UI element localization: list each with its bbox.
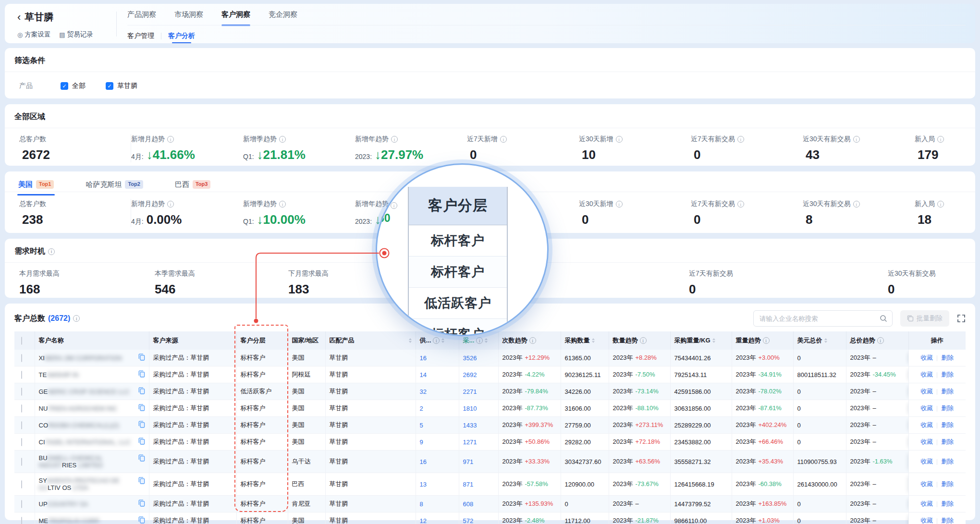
subtab-customer-management[interactable]: 客户管理 <box>127 29 154 43</box>
purchase-count-link[interactable]: 608 <box>463 500 474 508</box>
delete-link[interactable]: 删除 <box>941 354 954 361</box>
row-checkbox[interactable] <box>21 480 22 488</box>
delete-link[interactable]: 删除 <box>941 421 954 428</box>
product-checkbox-item[interactable]: 全部 <box>61 82 86 90</box>
copy-icon[interactable] <box>138 387 145 394</box>
checkbox-checked-icon[interactable] <box>106 82 113 90</box>
row-checkbox[interactable] <box>21 438 22 446</box>
row-checkbox[interactable] <box>21 421 22 429</box>
supplier-count-link[interactable]: 2 <box>420 405 423 412</box>
copy-icon[interactable] <box>138 516 145 524</box>
fullscreen-icon[interactable] <box>957 314 966 323</box>
info-icon[interactable] <box>476 337 483 344</box>
subtab-customer-analysis[interactable]: 客户分析 <box>168 29 195 43</box>
info-icon[interactable] <box>616 201 623 207</box>
delete-link[interactable]: 删除 <box>941 388 954 395</box>
main-tab[interactable]: 竞企洞察 <box>269 4 297 25</box>
delete-link[interactable]: 删除 <box>941 371 954 378</box>
favorite-link[interactable]: 收藏 <box>920 388 933 395</box>
product-checkbox-item[interactable]: 草甘膦 <box>106 82 137 90</box>
info-icon[interactable] <box>279 201 286 207</box>
purchase-count-link[interactable]: 2271 <box>463 388 477 395</box>
sort-icon[interactable] <box>712 338 715 343</box>
main-tab[interactable]: 产品洞察 <box>127 4 156 25</box>
info-icon[interactable] <box>73 315 80 322</box>
info-icon[interactable] <box>529 337 536 344</box>
purchase-count-link[interactable]: 971 <box>463 458 474 465</box>
info-icon[interactable] <box>167 201 174 207</box>
sort-icon[interactable] <box>409 338 412 343</box>
supplier-count-link[interactable]: 16 <box>420 354 427 362</box>
purchase-count-link[interactable]: 1433 <box>463 422 477 429</box>
favorite-link[interactable]: 收藏 <box>920 438 933 445</box>
supplier-count-link[interactable]: 12 <box>420 517 427 524</box>
purchase-count-link[interactable]: 1271 <box>463 439 477 446</box>
country-tab[interactable]: 巴西 Top3 <box>175 177 210 192</box>
sort-icon[interactable] <box>824 338 827 343</box>
info-icon[interactable] <box>500 136 507 143</box>
supplier-count-link[interactable]: 13 <box>420 481 427 488</box>
info-icon[interactable] <box>763 337 770 344</box>
favorite-link[interactable]: 收藏 <box>920 480 933 487</box>
row-checkbox[interactable] <box>21 388 22 396</box>
delete-link[interactable]: 删除 <box>941 517 954 524</box>
supplier-count-link[interactable]: 16 <box>420 458 427 465</box>
delete-link[interactable]: 删除 <box>941 458 954 465</box>
info-icon[interactable] <box>279 136 286 143</box>
info-icon[interactable] <box>853 136 860 143</box>
country-tab[interactable]: 美国 Top1 <box>18 177 54 192</box>
search-input[interactable] <box>760 315 880 322</box>
info-icon[interactable] <box>937 201 944 207</box>
info-icon[interactable] <box>737 136 744 143</box>
favorite-link[interactable]: 收藏 <box>920 517 933 524</box>
row-checkbox[interactable] <box>21 354 22 362</box>
supplier-count-link[interactable]: 14 <box>420 371 427 378</box>
batch-delete-button[interactable]: 批量删除 <box>900 310 949 327</box>
favorite-link[interactable]: 收藏 <box>920 500 933 507</box>
delete-link[interactable]: 删除 <box>941 480 954 487</box>
purchase-count-link[interactable]: 3526 <box>463 354 477 362</box>
favorite-link[interactable]: 收藏 <box>920 404 933 412</box>
back-chevron-icon[interactable]: ‹ <box>17 12 21 23</box>
copy-icon[interactable] <box>138 404 145 411</box>
main-tab[interactable]: 市场洞察 <box>174 4 203 25</box>
copy-icon[interactable] <box>138 438 145 445</box>
row-checkbox[interactable] <box>21 517 22 524</box>
copy-icon[interactable] <box>138 477 145 484</box>
copy-icon[interactable] <box>138 353 145 361</box>
sort-icon[interactable] <box>592 338 595 343</box>
info-icon[interactable] <box>616 136 623 143</box>
info-icon[interactable] <box>640 337 647 344</box>
delete-link[interactable]: 删除 <box>941 438 954 445</box>
purchase-count-link[interactable]: 2692 <box>463 371 477 378</box>
supplier-count-link[interactable]: 8 <box>420 500 423 508</box>
select-all-checkbox[interactable] <box>21 337 22 345</box>
favorite-link[interactable]: 收藏 <box>920 354 933 361</box>
info-icon[interactable] <box>853 201 860 207</box>
main-tab[interactable]: 客户洞察 <box>221 4 250 25</box>
copy-icon[interactable] <box>138 500 145 507</box>
country-tab[interactable]: 哈萨克斯坦 Top2 <box>86 177 143 192</box>
favorite-link[interactable]: 收藏 <box>920 371 933 378</box>
copy-icon[interactable] <box>138 370 145 378</box>
purchase-count-link[interactable]: 1810 <box>463 405 477 412</box>
row-checkbox[interactable] <box>21 500 22 508</box>
favorite-link[interactable]: 收藏 <box>920 421 933 428</box>
info-icon[interactable] <box>877 337 884 344</box>
info-icon[interactable] <box>937 136 944 143</box>
checkbox-checked-icon[interactable] <box>61 82 68 90</box>
copy-icon[interactable] <box>138 421 145 428</box>
row-checkbox[interactable] <box>21 404 22 413</box>
supplier-count-link[interactable]: 5 <box>420 422 423 429</box>
delete-link[interactable]: 删除 <box>941 500 954 507</box>
sort-icon[interactable] <box>441 338 444 343</box>
info-icon[interactable] <box>433 337 440 344</box>
info-icon[interactable] <box>391 136 398 143</box>
search-icon[interactable] <box>880 315 887 322</box>
info-icon[interactable] <box>48 248 55 255</box>
copy-icon[interactable] <box>138 454 145 462</box>
info-icon[interactable] <box>737 201 744 207</box>
purchase-count-link[interactable]: 871 <box>463 481 474 488</box>
sort-icon[interactable] <box>485 338 488 343</box>
row-checkbox[interactable] <box>21 371 22 379</box>
